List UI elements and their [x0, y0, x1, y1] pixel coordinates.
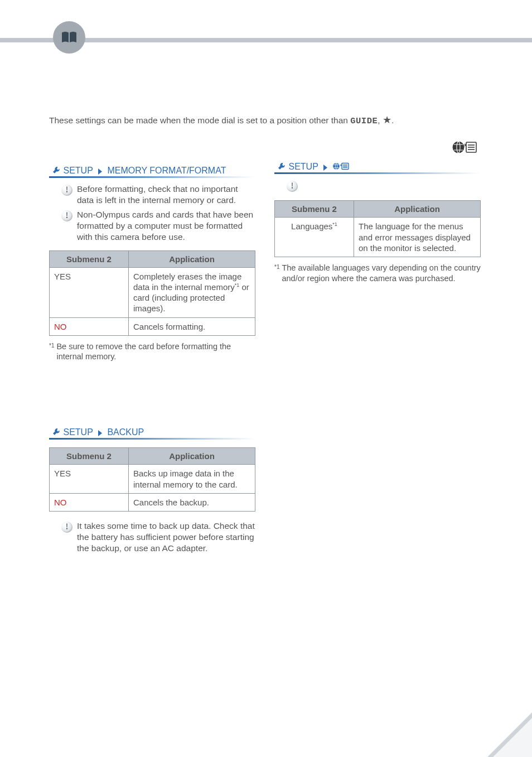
- wrench-icon: [52, 427, 61, 437]
- heading-underline: [274, 172, 481, 174]
- info-note-backup: It takes some time to back up data. Chec…: [61, 520, 255, 553]
- star-icon: ★: [383, 114, 391, 126]
- chevron-right-icon: [98, 427, 103, 437]
- heading-underline: [49, 176, 255, 178]
- intro-sentence: These settings can be made when the mode…: [49, 114, 394, 127]
- th-submenu: Submenu 2: [275, 201, 354, 218]
- wrench-icon: [52, 166, 61, 175]
- table-memory-format: Submenu 2 Application YES Completely era…: [49, 250, 255, 336]
- th-application: Application: [354, 201, 481, 218]
- foot-sup: *1: [274, 264, 279, 283]
- caution-icon: [61, 185, 72, 196]
- intro-period: .: [391, 115, 394, 125]
- chevron-right-icon: [98, 166, 103, 175]
- crumb-backup: BACKUP: [107, 427, 144, 437]
- info-text: It takes some time to back up data. Chec…: [77, 520, 255, 553]
- cell-languages-text: Languages: [291, 221, 332, 231]
- book-icon: [53, 21, 85, 54]
- crumb-setup: SETUP: [63, 427, 93, 437]
- heading-backup: SETUP BACKUP: [49, 425, 255, 440]
- foot-text: Be sure to remove the card before format…: [56, 341, 255, 362]
- globe-menu-small-icon: [332, 162, 351, 171]
- wrench-icon: [278, 162, 286, 171]
- table-row: NO Cancels formatting.: [50, 317, 255, 335]
- cell-application: Cancels formatting.: [129, 317, 255, 335]
- cell-no: NO: [50, 493, 129, 511]
- caution-icon: [287, 181, 298, 192]
- footnote-language: *1 The available languages vary dependin…: [274, 263, 481, 283]
- heading-memory-format: SETUP MEMORY FORMAT/FORMAT: [49, 163, 255, 178]
- foot-text: The available languages vary depending o…: [282, 263, 481, 283]
- cell-yes: YES: [50, 465, 129, 493]
- page-corner-fold-inner: [493, 718, 532, 757]
- table-header-row: Submenu 2 Application: [50, 448, 255, 465]
- table-language: Submenu 2 Application Languages*1 The la…: [274, 200, 481, 257]
- intro-text: These settings can be made when the mode…: [49, 115, 350, 125]
- th-application: Application: [129, 250, 255, 267]
- info-text: Non-Olympus cards and cards that have be…: [77, 209, 255, 242]
- cell-application: Completely erases the image data in the …: [129, 267, 255, 317]
- cell-application: Backs up image data in the internal memo…: [129, 465, 255, 493]
- info-note-2: Non-Olympus cards and cards that have be…: [61, 209, 255, 242]
- heading-underline: [49, 438, 255, 440]
- cell-languages: Languages*1: [275, 218, 354, 257]
- caution-icon: [61, 522, 72, 533]
- info-note-1: Before formatting, check that no importa…: [61, 184, 255, 206]
- crumb-setup: SETUP: [288, 162, 318, 171]
- info-text: [302, 180, 481, 195]
- cell-yes: YES: [50, 267, 129, 317]
- info-note-language-blank: [287, 180, 481, 195]
- table-row: Languages*1 The language for the menus a…: [275, 218, 481, 257]
- table-row: NO Cancels the backup.: [50, 493, 255, 511]
- chevron-right-icon: [323, 162, 328, 171]
- cell-application: The language for the menus and error mes…: [354, 218, 481, 257]
- footnote: *1 Be sure to remove the card before for…: [49, 341, 255, 362]
- foot-sup: *1: [49, 343, 54, 362]
- table-header-row: Submenu 2 Application: [50, 250, 255, 267]
- heading-language: SETUP: [274, 159, 481, 174]
- crumb-setup: SETUP: [63, 166, 93, 175]
- table-row: YES Backs up image data in the internal …: [50, 465, 255, 493]
- cell-application: Cancels the backup.: [129, 493, 255, 511]
- sup-ref: *1: [235, 282, 240, 288]
- guide-word: GUIDE: [350, 116, 378, 126]
- th-submenu: Submenu 2: [50, 448, 129, 465]
- cell-text-a: Completely erases the image data in the …: [133, 272, 241, 292]
- info-text: Before formatting, check that no importa…: [77, 184, 255, 206]
- intro-sep: ,: [378, 115, 383, 125]
- crumb-memory-format: MEMORY FORMAT/FORMAT: [107, 166, 226, 175]
- caution-icon: [61, 210, 72, 221]
- manual-book-badge: [53, 21, 85, 54]
- th-application: Application: [129, 448, 255, 465]
- table-row: YES Completely erases the image data in …: [50, 267, 255, 317]
- th-submenu: Submenu 2: [50, 250, 129, 267]
- sup-ref: *1: [332, 221, 337, 227]
- table-backup: Submenu 2 Application YES Backs up image…: [49, 447, 255, 512]
- cell-no: NO: [50, 317, 129, 335]
- table-header-row: Submenu 2 Application: [275, 201, 481, 218]
